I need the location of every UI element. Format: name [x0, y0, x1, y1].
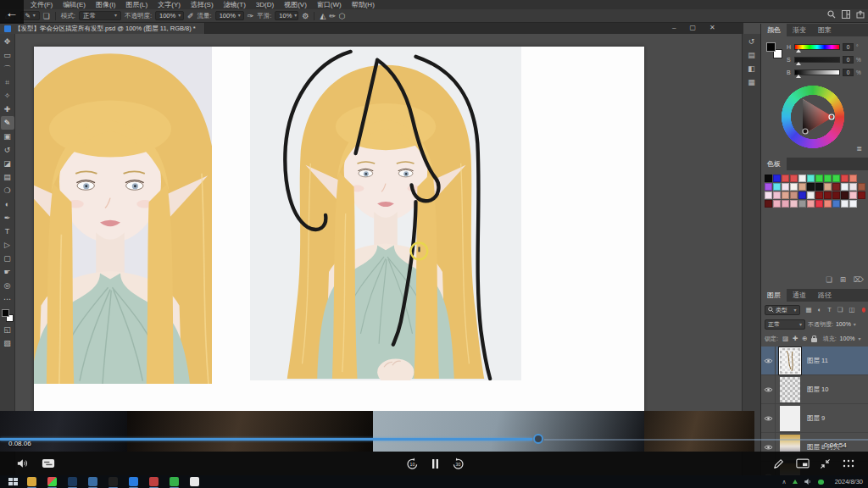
tool-shape[interactable]: ▢ [1, 252, 14, 265]
share-icon[interactable] [856, 10, 865, 19]
tool-history-brush[interactable]: ↺ [1, 143, 14, 157]
smoothing-gear-icon[interactable]: ⚙ [302, 10, 309, 22]
menu-item[interactable]: 文字(Y) [153, 0, 186, 9]
layer-row[interactable]: 图层 11 [761, 347, 868, 375]
tool-lasso[interactable]: ⌒ [1, 62, 14, 75]
symmetry-icon[interactable]: ⬡ [339, 10, 346, 22]
b-slider[interactable] [794, 69, 840, 75]
layer-name[interactable]: 图层 11 [807, 357, 828, 365]
color-swatch[interactable] [841, 200, 849, 208]
menu-item[interactable]: 视图(V) [279, 0, 312, 9]
color-swatch[interactable] [815, 191, 823, 199]
rewind-10-button[interactable]: 10 [403, 452, 420, 475]
color-swatch[interactable] [782, 191, 789, 199]
search-icon[interactable] [827, 10, 836, 19]
foreground-background-swatches[interactable] [1, 308, 14, 323]
tray-wechat-icon[interactable] [818, 480, 824, 485]
layer-thumbnail[interactable] [780, 377, 800, 402]
progress-bar-remaining[interactable] [544, 439, 868, 441]
taskbar-app-oval-app[interactable] [190, 477, 199, 486]
saturation-brightness-triangle[interactable] [781, 85, 845, 149]
tab-channels[interactable]: 通道 [787, 289, 812, 302]
menu-item[interactable]: 图层(L) [120, 0, 153, 9]
video-filmstrip[interactable] [0, 411, 754, 452]
tool-marquee[interactable]: ▭ [1, 48, 14, 62]
color-swatch[interactable] [773, 175, 781, 182]
layer-opacity-value[interactable]: 100% [836, 321, 851, 327]
color-swatch[interactable] [790, 183, 798, 191]
filmstrip-frame[interactable] [373, 411, 644, 452]
flow-select[interactable]: 100%▾ [215, 11, 244, 20]
filter-type-layers-icon[interactable]: T [827, 306, 832, 313]
layer-row[interactable]: 图层 10 [761, 375, 868, 404]
forward-30-button[interactable]: 30 [449, 452, 466, 475]
brush-angle-icon[interactable]: ◭ [320, 10, 326, 22]
filter-shape-layers-icon[interactable]: ❏ [837, 306, 843, 313]
color-swatch[interactable] [765, 191, 772, 199]
tool-blur[interactable]: ❍ [1, 184, 14, 197]
layer-name[interactable]: 图层 9 [807, 414, 825, 423]
color-swatch[interactable] [773, 191, 781, 199]
color-swatch[interactable] [824, 191, 832, 199]
color-swatch[interactable] [849, 175, 857, 182]
taskbar-app-s-app[interactable] [108, 477, 118, 486]
progress-bar-played[interactable] [0, 438, 532, 441]
color-swatch[interactable] [824, 183, 832, 191]
pause-button[interactable] [427, 452, 442, 475]
tool-clone-stamp[interactable]: ▣ [1, 130, 14, 143]
color-swatch[interactable] [832, 183, 840, 191]
color-swatch[interactable] [807, 191, 815, 199]
volume-button[interactable] [14, 452, 31, 475]
layer-row[interactable]: 图层 9 [761, 404, 868, 433]
layer-filter-type-select[interactable]: 类型▾ [765, 305, 800, 315]
menu-item[interactable]: 图像(I) [91, 0, 121, 9]
color-swatch[interactable] [790, 200, 798, 208]
tab-layers[interactable]: 图层 [761, 289, 787, 302]
tool-crop[interactable]: ⌗ [1, 75, 14, 89]
tool-hand[interactable]: ☛ [1, 265, 14, 279]
delete-swatch-icon[interactable]: ⌦ [854, 275, 864, 284]
color-swatch[interactable] [858, 191, 865, 199]
tool-gradient[interactable]: ▤ [1, 170, 14, 184]
taskbar-app-video-player[interactable] [88, 477, 97, 486]
panel-foreground-background-swatches[interactable] [766, 42, 783, 59]
layer-visibility-eye[interactable] [761, 375, 776, 404]
taskbar-app-wechat[interactable] [170, 477, 179, 486]
taskbar-app-photoshop[interactable] [68, 477, 77, 486]
color-swatch[interactable] [841, 191, 849, 199]
taskbar-app-explorer[interactable] [27, 477, 36, 486]
menu-item[interactable]: 选择(S) [186, 0, 219, 9]
portrait-right-annotated[interactable] [250, 47, 521, 380]
color-swatch[interactable] [858, 183, 865, 191]
more-options-button[interactable] [839, 452, 858, 475]
h-value[interactable]: 0 [843, 43, 854, 51]
color-swatch[interactable] [790, 175, 798, 182]
tab-panel-1[interactable]: 渐变 [787, 24, 812, 36]
color-swatch[interactable] [815, 175, 823, 182]
color-swatch[interactable] [841, 183, 849, 191]
libraries-panel-icon[interactable]: ▦ [748, 78, 755, 86]
pressure-opacity-icon[interactable]: ✐ [187, 10, 194, 22]
restore-button[interactable]: ▢ [689, 24, 696, 31]
menu-item[interactable]: 帮助(H) [347, 0, 380, 9]
color-swatch[interactable] [807, 183, 815, 191]
picture-in-picture-button[interactable] [793, 452, 812, 475]
screen-mode-button[interactable]: ▧ [1, 336, 14, 350]
tool-eraser[interactable]: ◪ [1, 157, 14, 170]
tool-type[interactable]: T [1, 225, 14, 238]
s-slider[interactable] [794, 57, 840, 63]
tool-edit-toolbar[interactable]: ⋯ [1, 292, 14, 306]
layer-blend-mode-select[interactable]: 正常▾ [765, 319, 805, 330]
color-swatch[interactable] [832, 175, 840, 182]
h-slider[interactable] [794, 44, 840, 50]
color-swatch[interactable] [824, 200, 832, 208]
back-button[interactable]: ← [0, 0, 24, 24]
tool-path-select[interactable]: ▷ [1, 238, 14, 252]
tool-brush[interactable]: ✎ [1, 116, 14, 130]
filter-pixel-layers-icon[interactable]: ▦ [806, 306, 812, 313]
tool-pen[interactable]: ✒ [1, 211, 14, 225]
new-swatch-icon[interactable]: ⊞ [840, 275, 846, 284]
color-swatch[interactable] [807, 200, 815, 208]
color-swatch[interactable] [782, 175, 789, 182]
layer-visibility-eye[interactable] [761, 347, 776, 375]
